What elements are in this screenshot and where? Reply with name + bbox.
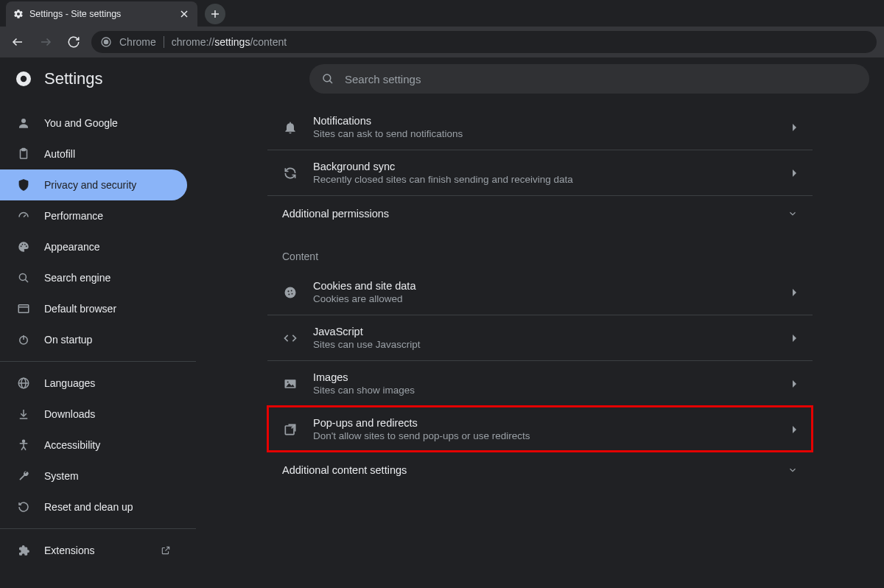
row-subtitle: Cookies are allowed (313, 293, 777, 304)
person-icon (16, 116, 31, 130)
chrome-logo-icon (15, 70, 32, 88)
row-title: Additional permissions (282, 208, 787, 220)
row-images[interactable]: Images Sites can show images (267, 360, 813, 406)
svg-line-15 (24, 215, 26, 217)
site-info-icon[interactable] (100, 36, 112, 48)
chevron-right-icon (792, 288, 798, 297)
sidebar-item-label: Autofill (44, 148, 171, 160)
row-notifications[interactable]: Notifications Sites can ask to send noti… (267, 105, 813, 150)
shield-icon (16, 178, 31, 192)
sidebar-item-label: Default browser (44, 303, 171, 315)
omnibox-divider (164, 36, 164, 48)
sidebar-item-label: Search engine (44, 272, 171, 284)
page-title: Settings (44, 69, 103, 88)
search-icon (321, 72, 334, 85)
sidebar-divider (0, 528, 196, 529)
settings-page: Settings Search settings You and Google … (0, 57, 884, 588)
wrench-icon (16, 469, 31, 483)
svg-line-11 (329, 80, 332, 83)
row-title: Pop-ups and redirects (313, 417, 777, 429)
sidebar-item-privacy-and-security[interactable]: Privacy and security (0, 169, 187, 200)
sidebar-item-you-and-google[interactable]: You and Google (0, 108, 187, 139)
row-subtitle: Sites can ask to send notifications (313, 128, 777, 139)
chevron-right-icon (792, 123, 798, 132)
sidebar-item-label: Accessibility (44, 439, 171, 451)
browser-window-icon (16, 301, 31, 316)
sidebar-item-on-startup[interactable]: On startup (0, 324, 187, 355)
power-icon (16, 332, 31, 347)
popup-icon (282, 421, 298, 438)
puzzle-icon (16, 543, 31, 558)
settings-header: Settings Search settings (0, 57, 884, 100)
sidebar-item-downloads[interactable]: Downloads (0, 399, 187, 430)
row-title: Notifications (313, 115, 777, 127)
sidebar-item-appearance[interactable]: Appearance (0, 231, 187, 262)
close-tab-button[interactable] (178, 8, 190, 20)
row-additional-content-settings[interactable]: Additional content settings (267, 452, 813, 488)
clipboard-icon (16, 147, 31, 161)
sidebar-item-performance[interactable]: Performance (0, 200, 187, 231)
tab-title: Settings - Site settings (29, 9, 121, 19)
speedometer-icon (16, 209, 31, 223)
forward-button[interactable] (35, 32, 56, 52)
site-info-label: Chrome (119, 36, 156, 48)
sidebar-item-label: Appearance (44, 241, 171, 253)
accessibility-icon (16, 438, 31, 452)
sidebar-item-accessibility[interactable]: Accessibility (0, 430, 187, 461)
sidebar-item-label: Downloads (44, 408, 171, 420)
row-title: JavaScript (313, 326, 777, 337)
chevron-right-icon (792, 334, 798, 343)
sidebar-item-default-browser[interactable]: Default browser (0, 293, 187, 324)
back-button[interactable] (7, 32, 28, 52)
search-settings-input[interactable]: Search settings (309, 64, 869, 94)
sidebar-item-extensions[interactable]: Extensions (0, 535, 187, 566)
row-subtitle: Don't allow sites to send pop-ups or use… (313, 430, 777, 441)
sidebar-item-label: Performance (44, 210, 171, 222)
new-tab-button[interactable] (205, 4, 225, 24)
download-icon (16, 407, 31, 421)
sidebar-item-search-engine[interactable]: Search engine (0, 262, 187, 293)
chevron-right-icon (792, 169, 798, 178)
sidebar-item-label: Extensions (44, 545, 147, 556)
svg-point-19 (26, 245, 27, 247)
tab-strip: Settings - Site settings (0, 0, 884, 27)
svg-rect-14 (22, 149, 26, 151)
row-additional-permissions[interactable]: Additional permissions (267, 195, 813, 231)
sidebar-item-reset[interactable]: Reset and clean up (0, 491, 187, 522)
svg-point-39 (291, 290, 292, 291)
settings-content[interactable]: Notifications Sites can ask to send noti… (196, 100, 884, 588)
chevron-down-icon (787, 209, 798, 219)
svg-point-38 (287, 290, 289, 292)
svg-line-36 (165, 547, 169, 550)
address-bar[interactable]: Chrome chrome://settings/content (91, 31, 877, 53)
sidebar-item-autofill[interactable]: Autofill (0, 139, 187, 169)
palette-icon (16, 239, 31, 254)
svg-point-12 (21, 119, 26, 123)
sidebar-item-label: System (44, 470, 171, 482)
sidebar-item-languages[interactable]: Languages (0, 368, 187, 399)
chevron-right-icon (792, 425, 798, 434)
reload-button[interactable] (63, 32, 84, 52)
row-popups-redirects[interactable]: Pop-ups and redirects Don't allow sites … (267, 406, 813, 452)
sidebar-item-system[interactable]: System (0, 461, 187, 491)
row-title: Images (313, 371, 777, 383)
cookie-icon (282, 284, 298, 301)
browser-tab[interactable]: Settings - Site settings (6, 1, 197, 27)
svg-line-21 (25, 279, 28, 282)
row-subtitle: Sites can use Javascript (313, 339, 777, 350)
svg-point-37 (285, 287, 296, 298)
svg-rect-22 (18, 305, 29, 313)
row-cookies[interactable]: Cookies and site data Cookies are allowe… (267, 270, 813, 315)
svg-point-17 (22, 244, 24, 245)
svg-point-18 (24, 244, 26, 245)
settings-sidebar[interactable]: You and Google Autofill Privacy and secu… (0, 100, 196, 588)
svg-point-44 (287, 381, 289, 382)
svg-point-16 (21, 245, 22, 247)
search-placeholder: Search settings (345, 73, 421, 85)
svg-point-20 (19, 273, 26, 280)
row-javascript[interactable]: JavaScript Sites can use Javascript (267, 315, 813, 360)
sidebar-item-label: On startup (44, 334, 171, 346)
row-background-sync[interactable]: Background sync Recently closed sites ca… (267, 150, 813, 195)
sidebar-divider (0, 361, 196, 362)
chevron-right-icon (792, 379, 798, 388)
